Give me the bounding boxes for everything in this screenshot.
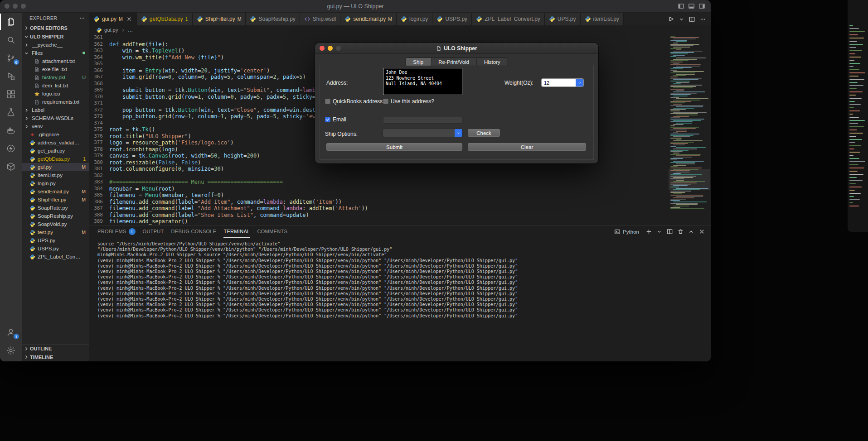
project-section[interactable]: ULO SHIPPER <box>22 32 89 41</box>
file-getQbData.py[interactable]: getQbData.py1 <box>22 155 89 163</box>
folder-Label[interactable]: Label <box>22 106 89 114</box>
activity-docker[interactable] <box>0 121 22 139</box>
run-python-file-button[interactable] <box>667 15 674 23</box>
folder-SCHEMA-WSDLs[interactable]: SCHEMA-WSDLs <box>22 114 89 122</box>
tab-ZPL_Label_Convert.py[interactable]: ZPL_Label_Convert.py <box>472 13 545 25</box>
activity-extensions[interactable] <box>0 85 22 103</box>
folder-Files[interactable]: Files <box>22 49 89 57</box>
submit-button[interactable]: Submit <box>326 143 462 151</box>
file-SoapVoid.py[interactable]: SoapVoid.py <box>22 220 89 228</box>
file-login.py[interactable]: login.py <box>22 179 89 187</box>
file-item_list.txt[interactable]: item_list.txt <box>22 81 89 90</box>
tab-ShipFilter.py[interactable]: ShipFilter.pyM <box>193 13 246 25</box>
timeline-section[interactable]: TIMELINE <box>22 353 89 361</box>
more-editor-actions-button[interactable] <box>699 16 706 23</box>
close-window-button[interactable] <box>5 4 10 9</box>
close-tab-icon[interactable] <box>126 16 132 22</box>
activity-explorer[interactable] <box>0 13 22 31</box>
close-panel-button[interactable] <box>698 228 705 235</box>
file-gui.py[interactable]: gui.pyM <box>22 163 89 171</box>
quickbooks-checkbox[interactable]: QuickBooks address? <box>325 98 386 105</box>
new-terminal-button[interactable] <box>645 228 652 235</box>
file-SoapReship.py[interactable]: SoapReship.py <box>22 212 89 220</box>
check-button[interactable]: Check <box>468 129 500 137</box>
file-attachment.txt[interactable]: attachment.txt <box>22 57 89 65</box>
tab-Ship.wsdl[interactable]: Ship.wsdl <box>300 13 340 25</box>
dialog-close-button[interactable] <box>320 46 325 51</box>
file-ShipFilter.py[interactable]: ShipFilter.pyM <box>22 196 89 204</box>
terminal-shell-selector[interactable]: Python <box>614 229 639 235</box>
file-test.py[interactable]: test.pyM <box>22 228 89 236</box>
dialog-tab-History[interactable]: History <box>477 58 508 66</box>
breadcrumb[interactable]: gui.py… <box>89 25 711 34</box>
dialog-tab-Ship[interactable]: Ship <box>406 58 431 66</box>
tab-SoapReship.py[interactable]: SoapReship.py <box>246 13 300 25</box>
panel-tab-TERMINAL[interactable]: TERMINAL <box>223 225 250 238</box>
file-USPS.py[interactable]: USPS.py <box>22 244 89 253</box>
clear-button[interactable]: Clear <box>468 143 586 151</box>
email-checkbox[interactable]: Email <box>325 116 346 123</box>
file-ZPL_Label_Convert.py[interactable]: ZPL_Label_Convert.py <box>22 253 89 261</box>
tab-login.py[interactable]: login.py <box>397 13 432 25</box>
file-exe file .txt[interactable]: exe file .txt <box>22 65 89 73</box>
address-textbox[interactable]: John Doe123 Nowhere StreetNull Island, N… <box>383 68 462 95</box>
py-file-icon <box>29 230 35 235</box>
file-sendEmail.py[interactable]: sendEmail.pyM <box>22 187 89 196</box>
tab-getQbData.py[interactable]: getQbData.py1 <box>137 13 193 25</box>
outline-section[interactable]: OUTLINE <box>22 344 89 353</box>
activity-settings[interactable] <box>0 341 22 360</box>
folder-venv[interactable]: venv <box>22 122 89 130</box>
activity-run-debug[interactable] <box>0 67 22 85</box>
panel-tab-COMMENTS[interactable]: COMMENTS <box>257 225 287 238</box>
use-address-checkbox[interactable]: Use this address? <box>383 98 434 105</box>
toggle-secondary-sidebar-icon[interactable] <box>698 3 705 10</box>
editor-minimap[interactable] <box>669 36 709 222</box>
activity-thunder-client[interactable] <box>0 139 22 158</box>
file-history.pkl[interactable]: history.pklU <box>22 73 89 81</box>
split-editor-button[interactable] <box>689 16 695 23</box>
terminal[interactable]: source "/Users/minh/Developer/Python/ULO… <box>89 238 711 361</box>
folder-__pycache__[interactable]: __pycache__ <box>22 41 89 49</box>
minimize-window-button[interactable] <box>13 4 18 9</box>
file-itemList.py[interactable]: itemList.py <box>22 171 89 179</box>
file-.gitignore[interactable]: .gitignore <box>22 130 89 139</box>
dialog-minimize-button[interactable] <box>328 46 333 51</box>
tab-sendEmail.py[interactable]: sendEmail.pyM <box>340 13 397 25</box>
weight-dropdown-button[interactable] <box>576 79 583 86</box>
toggle-sidebar-icon[interactable] <box>678 3 684 10</box>
file-logo.ico[interactable]: logo.ico <box>22 90 89 98</box>
activity-source-control[interactable]: 6 <box>0 49 22 67</box>
split-terminal-button[interactable] <box>666 228 673 235</box>
file-get_path.py[interactable]: get_path.py <box>22 147 89 155</box>
file-UPS.py[interactable]: UPS.py <box>22 236 89 244</box>
kill-terminal-button[interactable] <box>677 228 684 235</box>
toggle-panel-icon[interactable] <box>688 3 695 10</box>
activity-packages[interactable] <box>0 158 22 176</box>
terminal-profile-dropdown-icon[interactable] <box>656 229 662 235</box>
file-requirements.txt[interactable]: requirements.txt <box>22 98 89 106</box>
panel-tab-DEBUG CONSOLE[interactable]: DEBUG CONSOLE <box>171 225 217 238</box>
activity-search[interactable] <box>0 31 22 49</box>
open-editors-section[interactable]: OPEN EDITORS <box>22 24 89 32</box>
dialog-tab-Re-Print/Void[interactable]: Re-Print/Void <box>431 58 477 66</box>
file-address_validate.py[interactable]: address_validate.py <box>22 139 89 147</box>
email-input[interactable] <box>383 117 462 124</box>
tab-UPS.py[interactable]: UPS.py <box>545 13 581 25</box>
ship-options-combobox[interactable] <box>383 129 462 137</box>
maximize-panel-button[interactable] <box>688 229 694 235</box>
more-actions-icon[interactable] <box>79 15 85 21</box>
zoom-window-button[interactable] <box>21 4 26 9</box>
file-SoapRate.py[interactable]: SoapRate.py <box>22 204 89 212</box>
tab-itemList.py[interactable]: itemList.py <box>581 13 624 25</box>
tab-USPS.py[interactable]: USPS.py <box>432 13 472 25</box>
weight-combobox[interactable]: 12 <box>542 79 583 86</box>
activity-testing[interactable] <box>0 103 22 121</box>
breadcrumb-ellipsis[interactable]: … <box>128 27 133 33</box>
ship-options-dropdown-button[interactable] <box>455 129 462 137</box>
activity-accounts[interactable]: 1 <box>0 323 22 341</box>
run-dropdown-icon[interactable] <box>679 16 684 22</box>
breadcrumb-file[interactable]: gui.py <box>104 27 118 33</box>
panel-tab-OUTPUT[interactable]: OUTPUT <box>143 225 164 238</box>
panel-tab-PROBLEMS[interactable]: PROBLEMS1 <box>97 225 136 238</box>
tab-gui.py[interactable]: gui.pyM <box>89 13 137 25</box>
